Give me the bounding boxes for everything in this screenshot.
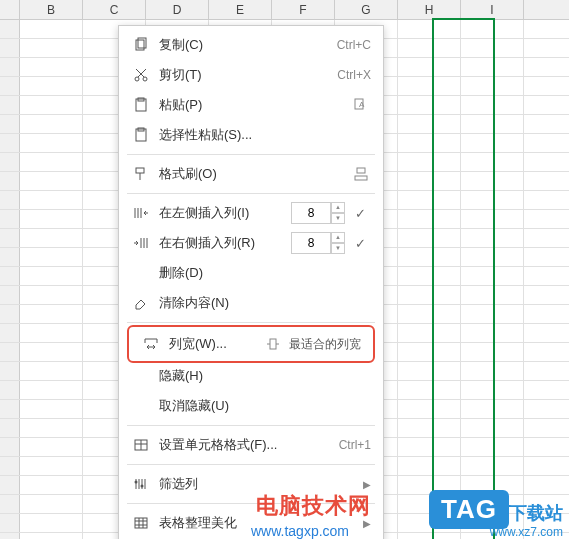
cell[interactable]	[398, 438, 461, 456]
insert-left-input[interactable]	[291, 202, 331, 224]
cell[interactable]	[461, 362, 524, 380]
cell[interactable]	[398, 191, 461, 209]
cell[interactable]	[398, 77, 461, 95]
cell[interactable]	[461, 267, 524, 285]
cell[interactable]	[398, 134, 461, 152]
cell[interactable]	[20, 210, 83, 228]
cell[interactable]	[398, 267, 461, 285]
cell[interactable]	[461, 39, 524, 57]
corner-cell[interactable]	[0, 0, 20, 19]
cell[interactable]	[20, 153, 83, 171]
menu-delete[interactable]: 删除(D)	[119, 258, 383, 288]
cell[interactable]	[20, 267, 83, 285]
cell[interactable]	[461, 20, 524, 38]
cell[interactable]	[461, 134, 524, 152]
cell[interactable]	[461, 419, 524, 437]
menu-copy[interactable]: 复制(C) Ctrl+C	[119, 30, 383, 60]
cell[interactable]	[20, 58, 83, 76]
cell[interactable]	[398, 210, 461, 228]
cell[interactable]	[461, 77, 524, 95]
cell[interactable]	[461, 191, 524, 209]
cell[interactable]	[20, 77, 83, 95]
cell[interactable]	[20, 438, 83, 456]
cell[interactable]	[461, 229, 524, 247]
cell[interactable]	[20, 343, 83, 361]
cell[interactable]	[461, 343, 524, 361]
spinner-up[interactable]: ▲	[331, 202, 345, 213]
cell[interactable]	[20, 172, 83, 190]
best-fit-icon[interactable]	[263, 334, 283, 354]
cell[interactable]	[20, 134, 83, 152]
spinner-up[interactable]: ▲	[331, 232, 345, 243]
cell[interactable]	[461, 153, 524, 171]
cell[interactable]	[398, 400, 461, 418]
cell[interactable]	[398, 457, 461, 475]
check-icon[interactable]: ✓	[355, 205, 371, 221]
cell[interactable]	[20, 457, 83, 475]
cell[interactable]	[20, 286, 83, 304]
cell[interactable]	[461, 172, 524, 190]
menu-format-painter[interactable]: 格式刷(O)	[119, 159, 383, 189]
menu-hide[interactable]: 隐藏(H)	[119, 361, 383, 391]
col-header-h[interactable]: H	[398, 0, 461, 19]
cell[interactable]	[20, 20, 83, 38]
menu-format-cells[interactable]: 设置单元格格式(F)... Ctrl+1	[119, 430, 383, 460]
cell[interactable]	[398, 286, 461, 304]
cell[interactable]	[20, 39, 83, 57]
cell[interactable]	[461, 210, 524, 228]
cell[interactable]	[461, 457, 524, 475]
cell[interactable]	[398, 153, 461, 171]
cell[interactable]	[398, 305, 461, 323]
col-header-c[interactable]: C	[83, 0, 146, 19]
cell[interactable]	[20, 381, 83, 399]
cell[interactable]	[461, 400, 524, 418]
cell[interactable]	[461, 248, 524, 266]
cell[interactable]	[20, 533, 83, 539]
cell[interactable]	[398, 39, 461, 57]
col-header-f[interactable]: F	[272, 0, 335, 19]
cell[interactable]	[20, 514, 83, 532]
cell[interactable]	[398, 172, 461, 190]
cell[interactable]	[398, 324, 461, 342]
menu-clear[interactable]: 清除内容(N)	[119, 288, 383, 318]
cell[interactable]	[20, 229, 83, 247]
cell[interactable]	[20, 305, 83, 323]
cell[interactable]	[398, 419, 461, 437]
cell[interactable]	[461, 58, 524, 76]
cell[interactable]	[20, 362, 83, 380]
col-header-e[interactable]: E	[209, 0, 272, 19]
cell[interactable]	[398, 343, 461, 361]
spinner-down[interactable]: ▼	[331, 243, 345, 254]
spinner-down[interactable]: ▼	[331, 213, 345, 224]
menu-paste[interactable]: 粘贴(P) A	[119, 90, 383, 120]
cell[interactable]	[461, 286, 524, 304]
cell[interactable]	[398, 248, 461, 266]
cell[interactable]	[461, 96, 524, 114]
insert-left-spinner[interactable]: ▲ ▼	[291, 202, 345, 224]
cell[interactable]	[461, 381, 524, 399]
menu-filter-col[interactable]: 筛选列 ▶	[119, 469, 383, 499]
check-icon[interactable]: ✓	[355, 235, 371, 251]
cell[interactable]	[461, 305, 524, 323]
cell[interactable]	[461, 324, 524, 342]
menu-unhide[interactable]: 取消隐藏(U)	[119, 391, 383, 421]
insert-right-input[interactable]	[291, 232, 331, 254]
cell[interactable]	[398, 58, 461, 76]
menu-insert-left[interactable]: 在左侧插入列(I) ▲ ▼ ✓	[119, 198, 383, 228]
cell[interactable]	[20, 495, 83, 513]
format-painter-stamp-icon[interactable]	[351, 164, 371, 184]
col-header-d[interactable]: D	[146, 0, 209, 19]
insert-right-spinner[interactable]: ▲ ▼	[291, 232, 345, 254]
col-header-g[interactable]: G	[335, 0, 398, 19]
col-header-b[interactable]: B	[20, 0, 83, 19]
cell[interactable]	[398, 533, 461, 539]
menu-insert-right[interactable]: 在右侧插入列(R) ▲ ▼ ✓	[119, 228, 383, 258]
menu-beautify[interactable]: 表格整理美化 ▶	[119, 508, 383, 538]
menu-best-fit-label[interactable]: 最适合的列宽	[289, 336, 361, 353]
cell[interactable]	[20, 324, 83, 342]
menu-cut[interactable]: 剪切(T) Ctrl+X	[119, 60, 383, 90]
cell[interactable]	[461, 115, 524, 133]
cell[interactable]	[398, 96, 461, 114]
cell[interactable]	[398, 229, 461, 247]
menu-col-width[interactable]: 列宽(W)... 最适合的列宽	[133, 329, 369, 359]
